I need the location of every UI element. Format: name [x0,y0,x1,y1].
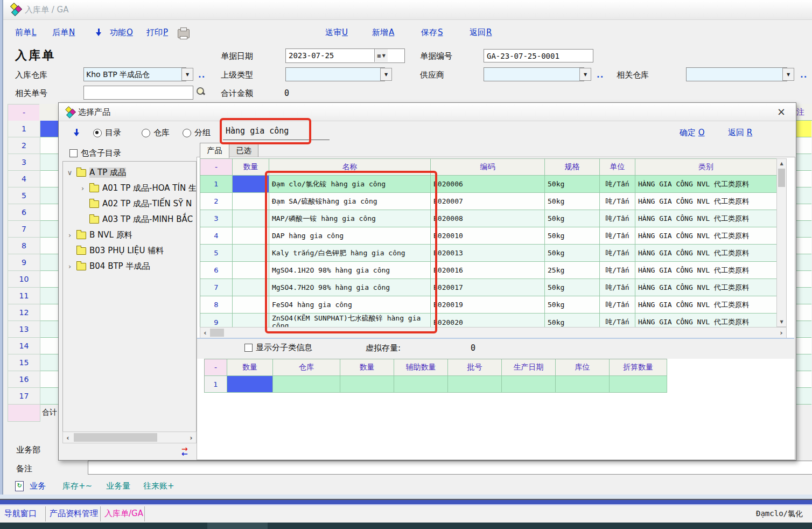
tab-business[interactable]: 业务 [30,481,46,491]
product-row[interactable]: 2Đạm SA/硫酸铵hàng gia côngB02000750kg吨/Tấn… [200,193,777,210]
remark-input[interactable] [88,461,812,475]
column-header[interactable]: 名称 [269,159,431,176]
note-cell[interactable] [795,371,811,388]
warehouse-combo-arrow-icon[interactable]: ▼ [181,68,193,81]
quantity-cell[interactable] [233,193,269,210]
dialog-filter-arrow-icon[interactable] [74,129,80,136]
submit-button[interactable]: 送审U [325,27,348,38]
related-warehouse-more-button[interactable]: .. [800,70,807,80]
return-button[interactable]: 返回R [470,27,492,38]
quantity-cell[interactable] [233,245,269,262]
related-warehouse-combo-arrow-icon[interactable]: ▼ [782,68,794,81]
column-header[interactable]: 规格 [545,159,600,176]
column-header[interactable]: 辅助数量 [394,359,448,376]
scroll-left-icon[interactable]: ‹ [64,433,72,442]
batch-cell[interactable] [556,376,610,393]
column-header[interactable]: 数量 [233,159,269,176]
tree-h-scrollbar[interactable]: ‹ › [62,431,197,443]
batch-cell[interactable] [227,376,273,393]
radio-warehouse[interactable]: 仓库 [142,128,170,138]
batch-cell[interactable] [340,376,394,393]
grid-cell[interactable] [40,354,60,371]
note-cell[interactable] [795,154,811,171]
next-doc-button[interactable]: 后单N [52,27,75,38]
tree-item[interactable]: A03 TP 成品-MINH BẮC [63,212,196,227]
scroll-up-icon[interactable]: ▲ [778,159,786,168]
chevron-down-icon[interactable]: ∨ [66,169,73,177]
scroll-down-icon[interactable]: ▼ [778,318,786,326]
note-cell[interactable] [795,304,811,321]
scroll-right-icon[interactable]: › [187,433,195,442]
grid-cell[interactable] [40,271,60,288]
prev-doc-button[interactable]: 前单L [15,27,36,38]
note-cell[interactable] [795,254,811,271]
warehouse-more-button[interactable]: .. [198,70,205,80]
product-row[interactable]: 4DAP hàng gia côngB02001050kg吨/TấnHÀNG G… [200,227,777,245]
column-header[interactable]: 编码 [431,159,545,176]
close-icon[interactable]: × [775,106,788,117]
radio-catalog[interactable]: 目录 [93,128,121,138]
column-header[interactable]: 批号 [448,359,502,376]
tab-volume[interactable]: 业务量 [106,481,130,491]
tree-item[interactable]: ›A01 TP 成品-HOA TÍN 生 [63,180,196,196]
tree-item[interactable]: B03 PHỤ LIỆU 辅料 [63,243,196,259]
supplier-combo[interactable] [484,67,584,81]
tree-item[interactable]: A02 TP 成品-TIẾN SỸ N [63,196,196,212]
note-cell[interactable] [795,338,811,354]
column-header[interactable]: - [205,359,227,376]
include-subfolder-checkbox[interactable]: 包含子目录 [69,148,121,158]
column-header[interactable]: 库位 [556,359,610,376]
product-row[interactable]: 1Đạm clo/氯化铵 hàng gia côngB02000650kg吨/T… [200,176,777,193]
grid-cell[interactable] [40,154,60,171]
batch-row[interactable]: 1 [205,376,667,393]
radio-group[interactable]: 分组 [183,128,211,138]
column-header[interactable]: - [200,159,233,176]
note-cell[interactable] [795,171,811,187]
batch-cell[interactable] [610,376,667,393]
quantity-cell[interactable] [233,176,269,193]
grid-cell[interactable] [40,371,60,388]
tab-selected[interactable]: 已选 [229,143,258,158]
tab-stock[interactable]: 库存+~ [62,481,92,491]
print-button[interactable]: 打印P [146,27,168,38]
product-row[interactable]: 5Kaly trắng/白色钾肥 hàng gia côngB02001350k… [200,245,777,262]
note-cell[interactable] [795,187,811,204]
quantity-cell[interactable] [233,210,269,227]
printer-icon[interactable] [178,29,190,38]
search-lookup-icon[interactable] [196,87,205,96]
tab-accounts[interactable]: 往来账+ [143,481,174,491]
quantity-cell[interactable] [233,262,269,279]
scroll-right-icon[interactable]: › [777,328,786,337]
supplier-combo-arrow-icon[interactable]: ▼ [579,68,591,81]
function-button[interactable]: 功能O [110,27,133,38]
scroll-left-icon[interactable]: ‹ [201,328,209,337]
quantity-cell[interactable] [233,296,269,314]
related-warehouse-combo[interactable] [686,67,787,81]
grid-cell[interactable] [40,221,60,238]
warehouse-combo[interactable]: Kho BTP 半成品仓 [83,67,186,81]
calendar-dropdown-icon[interactable]: ▦▼ [374,49,388,62]
quantity-cell[interactable] [233,279,269,296]
parent-type-combo-arrow-icon[interactable]: ▼ [380,68,392,81]
related-no-input[interactable] [83,86,193,100]
note-cell[interactable] [795,121,811,137]
column-header[interactable]: 数量 [340,359,394,376]
note-cell[interactable] [795,238,811,254]
note-cell[interactable] [795,321,811,338]
column-header[interactable]: 生产日期 [502,359,556,376]
taskbar-tab-stockin-active[interactable]: 入库单/GA [104,509,143,519]
grid-cell[interactable] [40,288,60,304]
grid-cell[interactable] [40,321,60,338]
product-row[interactable]: 8FeSO4 hàng gia côngB02001950kg吨/TấnHÀNG… [200,296,777,314]
note-cell[interactable] [795,137,811,154]
batch-cell[interactable] [273,376,340,393]
batch-cell[interactable] [394,376,448,393]
dialog-return-button[interactable]: 返回 R [728,128,752,138]
swap-icon[interactable]: →← [181,447,188,456]
tree-item[interactable]: ›B04 BTP 半成品 [63,259,196,274]
taskbar-tab-product-data[interactable]: 产品资料管理 [50,509,98,519]
chevron-right-icon[interactable]: › [66,231,73,239]
supplier-more-button[interactable]: .. [597,70,604,80]
column-header[interactable]: 仓库 [273,359,340,376]
column-header[interactable]: 折算数量 [610,359,667,376]
